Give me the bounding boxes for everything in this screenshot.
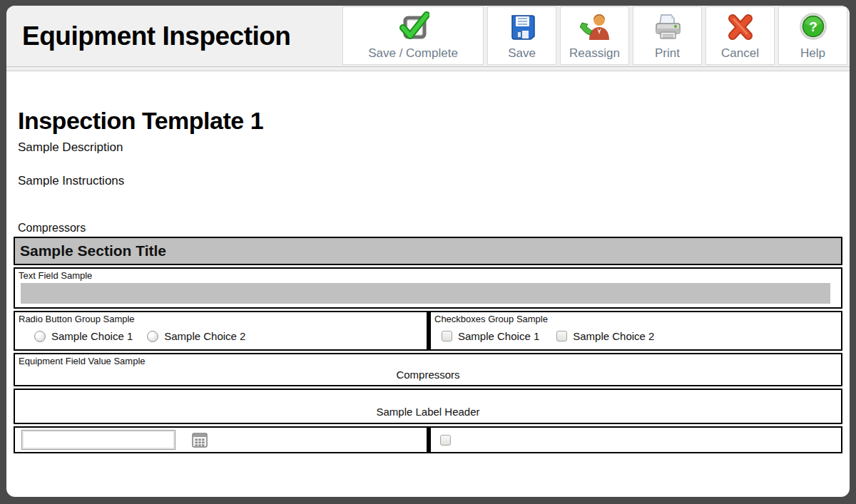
radio-group-cell: Radio Button Group Sample Sample Choice …	[14, 311, 428, 351]
checkbox-options: Sample Choice 1 Sample Choice 2	[431, 324, 841, 349]
radio-group-label: Radio Button Group Sample	[15, 312, 427, 324]
text-field-row: Text Field Sample	[14, 267, 842, 309]
app-title: Equipment Inspection	[6, 21, 342, 51]
print-label: Print	[646, 46, 688, 61]
calendar-icon[interactable]	[192, 432, 208, 448]
radio-checkbox-row: Radio Button Group Sample Sample Choice …	[14, 311, 842, 351]
equipment-field-row: Equipment Field Value Sample Compressors	[14, 353, 842, 386]
checkbox-icon[interactable]	[556, 331, 567, 341]
checkbox-group-label: Checkboxes Group Sample	[431, 312, 841, 324]
date-field-cell	[14, 426, 428, 453]
label-header-row: Sample Label Header	[14, 389, 842, 424]
help-label: Help	[792, 46, 834, 61]
checkbox-option-1[interactable]: Sample Choice 1	[442, 330, 539, 342]
checkbox-option-2[interactable]: Sample Choice 2	[556, 330, 654, 342]
header-divider	[6, 67, 850, 71]
save-complete-button[interactable]: Save / Complete	[342, 6, 484, 65]
page-instructions: Sample Instructions	[18, 174, 842, 188]
cancel-label: Cancel	[713, 46, 768, 61]
equipment-group-label: Compressors	[18, 222, 842, 235]
save-label: Save	[499, 46, 544, 61]
main-content: Inspection Template 1 Sample Description…	[6, 107, 850, 453]
date-checkbox-row	[14, 426, 842, 453]
section-header: Sample Section Title	[14, 237, 842, 265]
equipment-inspection-window: Equipment Inspection Save / Complete	[6, 6, 850, 497]
radio-option-2[interactable]: Sample Choice 2	[147, 330, 245, 342]
save-complete-label: Save / Complete	[360, 46, 467, 61]
equipment-field-label: Equipment Field Value Sample	[15, 354, 841, 366]
page-title: Inspection Template 1	[18, 107, 842, 135]
section-title: Sample Section Title	[20, 242, 166, 259]
radio-icon[interactable]	[34, 331, 46, 342]
single-checkbox-cell	[429, 426, 842, 453]
cancel-button[interactable]: Cancel	[705, 6, 775, 65]
radio-option-label: Sample Choice 2	[164, 330, 245, 342]
checkbox-group-cell: Checkboxes Group Sample Sample Choice 1 …	[429, 311, 842, 351]
save-button[interactable]: Save	[487, 6, 556, 65]
label-header-text: Sample Label Header	[376, 406, 479, 418]
reassign-button[interactable]: Reassign	[560, 6, 629, 65]
toolbar: Save / Complete Save	[342, 6, 850, 66]
checkbox-option-label: Sample Choice 2	[573, 330, 654, 342]
reassign-icon	[580, 13, 610, 44]
radio-option-1[interactable]: Sample Choice 1	[34, 330, 133, 342]
save-complete-icon	[397, 11, 429, 44]
text-field-input[interactable]	[21, 283, 830, 304]
page-description: Sample Description	[18, 140, 842, 155]
radio-option-label: Sample Choice 1	[51, 330, 133, 342]
print-icon	[653, 13, 683, 44]
date-input[interactable]	[21, 430, 175, 450]
equipment-field-value: Compressors	[15, 366, 841, 385]
text-field-label: Text Field Sample	[15, 269, 841, 281]
cancel-icon	[726, 13, 755, 44]
save-icon	[508, 13, 536, 44]
reassign-label: Reassign	[561, 46, 628, 61]
checkbox-icon[interactable]	[442, 331, 452, 341]
radio-icon[interactable]	[147, 331, 158, 342]
svg-text:?: ?	[809, 19, 817, 34]
help-icon: ?	[798, 11, 828, 44]
header-bar: Equipment Inspection Save / Complete	[6, 6, 850, 67]
print-button[interactable]: Print	[633, 6, 702, 65]
checkbox-option-label: Sample Choice 1	[458, 330, 539, 342]
single-checkbox[interactable]	[440, 435, 451, 446]
radio-options: Sample Choice 1 Sample Choice 2	[15, 324, 427, 349]
help-button[interactable]: ? Help	[778, 6, 847, 65]
